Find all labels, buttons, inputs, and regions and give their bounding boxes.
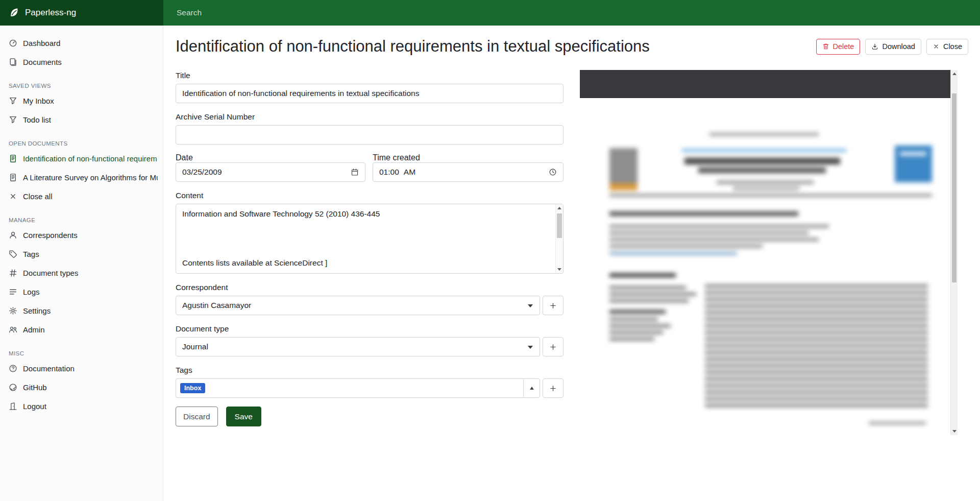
sidebar-item-documents[interactable]: Documents [0, 53, 163, 71]
download-button[interactable]: Download [865, 39, 921, 55]
time-label: Time created [373, 153, 420, 162]
discard-button[interactable]: Discard [176, 407, 218, 426]
sidebar-item-open-doc-1[interactable]: Identification of non-functional require… [0, 149, 163, 168]
file-text-icon [9, 154, 17, 163]
document-header: Identification of non-functional require… [163, 26, 980, 67]
caret-up-icon [530, 385, 534, 390]
tag-icon [9, 250, 17, 258]
tags-dropdown-toggle[interactable] [523, 378, 540, 398]
plus-icon [549, 302, 557, 309]
sidebar-item-correspondents[interactable]: Correspondents [0, 226, 163, 245]
sidebar-item-documentation[interactable]: Documentation [0, 359, 163, 378]
date-time-row: Date 03/25/2009 Time created 01:00 AM [176, 153, 564, 182]
sidebar-item-admin[interactable]: Admin [0, 320, 163, 339]
question-circle-icon [9, 364, 17, 373]
header-actions: Delete Download Close [816, 39, 969, 55]
scroll-down-arrow-icon[interactable] [557, 268, 561, 271]
add-tag-button[interactable] [543, 378, 564, 398]
pdf-toolbar [580, 70, 950, 98]
sidebar-item-dashboard[interactable]: Dashboard [0, 34, 163, 53]
sidebar-item-tags[interactable]: Tags [0, 245, 163, 264]
add-correspondent-button[interactable] [543, 296, 564, 315]
sidebar-item-open-doc-2[interactable]: A Literature Survey on Algorithms for Mu… [0, 168, 163, 187]
door-icon [9, 402, 17, 411]
pdf-preview [580, 70, 958, 435]
correspondent-group: Correspondent Agustin Casamayor [176, 282, 564, 315]
sidebar-section-open-documents: OPEN DOCUMENTS [0, 139, 163, 148]
content-scrollbar-thumb[interactable] [557, 213, 562, 238]
pdf-page [580, 98, 950, 435]
page-title: Identification of non-functional require… [176, 37, 650, 56]
sidebar-item-logs[interactable]: Logs [0, 282, 163, 301]
funnel-icon [9, 97, 17, 105]
content-group: Content Information and Software Technol… [176, 190, 564, 274]
github-icon [9, 383, 17, 392]
add-document-type-button[interactable] [543, 337, 564, 356]
document-type-label: Document type [176, 324, 564, 333]
tags-group: Tags Inbox [176, 365, 564, 398]
title-group: Title Identification of non-functional r… [176, 70, 564, 103]
close-button[interactable]: Close [926, 39, 968, 55]
tags-input[interactable]: Inbox [176, 378, 523, 398]
date-group: Date 03/25/2009 [176, 153, 365, 182]
sidebar-item-document-types[interactable]: Document types [0, 264, 163, 282]
scroll-up-arrow-icon[interactable] [557, 207, 561, 209]
calendar-icon[interactable] [351, 168, 359, 176]
document-type-group: Document type Journal [176, 324, 564, 356]
content-scrollbar[interactable] [555, 204, 563, 273]
people-icon [9, 325, 17, 334]
close-icon [933, 43, 940, 50]
document-type-select[interactable]: Journal [176, 337, 540, 356]
hash-icon [9, 269, 17, 277]
tag-badge-inbox[interactable]: Inbox [180, 383, 205, 394]
sidebar-item-my-inbox[interactable]: My Inbox [0, 91, 163, 110]
save-button[interactable]: Save [226, 407, 261, 426]
asn-group: Archive Serial Number [176, 112, 564, 145]
top-navbar: Paperless-ng Search [0, 0, 980, 26]
sidebar-item-settings[interactable]: Settings [0, 301, 163, 320]
files-icon [9, 58, 17, 66]
sidebar-section-saved-views: SAVED VIEWS [0, 82, 163, 90]
sidebar-item-close-all[interactable]: Close all [0, 187, 163, 206]
brand[interactable]: Paperless-ng [0, 0, 163, 26]
brand-name: Paperless-ng [25, 8, 76, 18]
plus-icon [549, 343, 557, 351]
time-input[interactable]: 01:00 AM [373, 162, 564, 182]
form-actions: Discard Save [176, 407, 564, 426]
pdf-page-blurred-content [580, 98, 950, 435]
trash-icon [822, 43, 829, 50]
delete-button[interactable]: Delete [816, 39, 861, 55]
correspondent-select[interactable]: Agustin Casamayor [176, 296, 540, 315]
speedometer-icon [9, 39, 17, 47]
search-input[interactable]: Search [177, 8, 980, 17]
sidebar-section-misc: MISC [0, 349, 163, 357]
person-icon [9, 231, 17, 240]
asn-label: Archive Serial Number [176, 112, 564, 122]
title-input[interactable]: Identification of non-functional require… [176, 84, 564, 103]
correspondent-label: Correspondent [176, 282, 564, 292]
time-group: Time created 01:00 AM [373, 153, 564, 182]
sidebar-item-logout[interactable]: Logout [0, 397, 163, 416]
download-icon [871, 43, 878, 50]
preview-scrollbar-thumb[interactable] [952, 93, 957, 282]
content-textarea[interactable]: Information and Software Technology 52 (… [176, 204, 564, 274]
close-icon [9, 192, 17, 201]
sidebar-item-github[interactable]: GitHub [0, 378, 163, 397]
funnel-icon [9, 115, 17, 124]
clock-icon[interactable] [549, 168, 557, 176]
sidebar-section-manage: MANAGE [0, 216, 163, 224]
gear-icon [9, 306, 17, 315]
title-label: Title [176, 70, 564, 80]
tags-label: Tags [176, 365, 564, 375]
sidebar-item-todo-list[interactable]: Todo list [0, 110, 163, 129]
time-meridiem: AM [404, 168, 415, 177]
sidebar: Dashboard Documents SAVED VIEWS My Inbox… [0, 26, 163, 501]
preview-scrollbar[interactable] [950, 70, 958, 435]
archive-serial-number-input[interactable] [176, 125, 564, 145]
plus-icon [549, 385, 557, 392]
list-icon [9, 288, 17, 296]
document-edit-form: Title Identification of non-functional r… [176, 70, 564, 426]
date-input[interactable]: 03/25/2009 [176, 162, 365, 182]
scroll-up-arrow-icon[interactable] [952, 73, 957, 75]
scroll-down-arrow-icon[interactable] [952, 430, 957, 433]
